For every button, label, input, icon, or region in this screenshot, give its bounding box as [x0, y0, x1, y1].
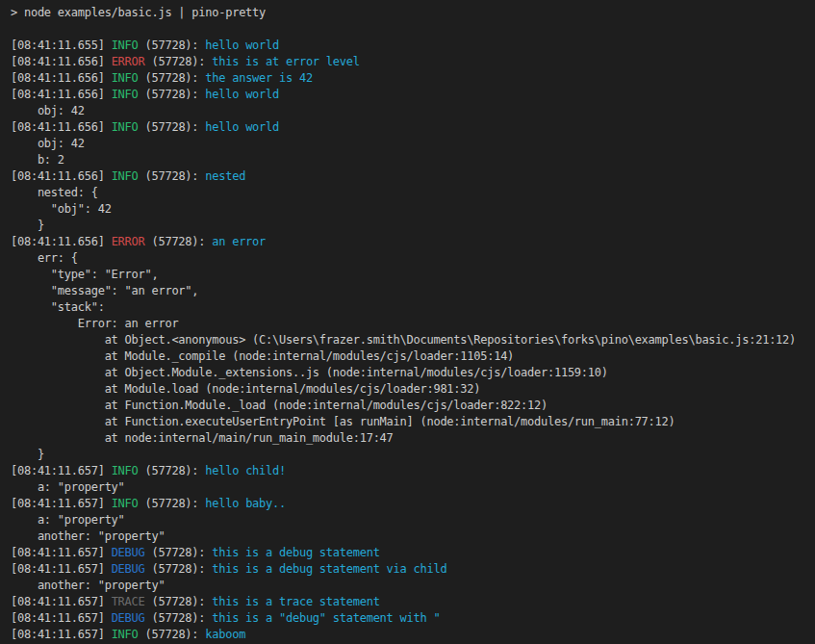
log-line: nested: { [11, 185, 815, 201]
log-segment-fg: (57728): [145, 595, 213, 608]
log-line: [08:41:11.656] INFO (57728): hello world [11, 119, 815, 136]
log-segment-fg: another: "property" [11, 579, 165, 592]
log-segment-fg: [08:41:11.656] [11, 235, 112, 248]
log-segment-fg: [08:41:11.657] [11, 497, 112, 510]
log-segment-msg: hello world [205, 120, 279, 134]
log-line: [08:41:11.657] INFO (57728): hello baby.… [11, 496, 815, 512]
log-line: "message": "an error", [11, 283, 815, 299]
log-segment-msg: this is a debug statement [212, 546, 379, 559]
log-segment-fg: "stack": [11, 300, 105, 314]
log-segment-fg: at Module.load (node:internal/modules/cj… [11, 382, 480, 396]
log-line: at Function.executeUserEntryPoint [as ru… [11, 414, 815, 430]
log-segment-fg: [08:41:11.656] [11, 169, 112, 183]
log-line: [08:41:11.656] ERROR (57728): an error [11, 234, 815, 250]
log-line: b: 2 [11, 152, 815, 168]
log-line: [08:41:11.656] ERROR (57728): this is at… [11, 54, 815, 70]
log-segment-fg: a: "property" [11, 480, 125, 494]
log-line: "type": "Error", [11, 267, 815, 283]
command-line: > node examples/basic.js | pino-pretty [11, 5, 815, 21]
log-segment-fg: [08:41:11.657] [11, 628, 112, 641]
log-segment-fg: "message": "an error", [11, 284, 198, 297]
log-segment-fg: [08:41:11.656] [11, 71, 112, 85]
log-segment-fg: (57728): [145, 562, 213, 576]
log-segment-fg: (57728): [145, 235, 213, 248]
log-segment-info: INFO [112, 120, 139, 134]
log-line: } [11, 218, 815, 234]
log-segment-fg: another: "property" [11, 529, 165, 543]
log-segment-info: INFO [112, 39, 139, 52]
log-segment-fg: (57728): [139, 120, 206, 134]
log-segment-fg: (57728): [139, 169, 206, 183]
log-segment-msg: an error [212, 235, 266, 248]
log-line: obj: 42 [11, 103, 815, 119]
log-line: "obj": 42 [11, 201, 815, 218]
log-segment-fg: at Module._compile (node:internal/module… [11, 349, 514, 363]
log-segment-fg: [08:41:11.656] [11, 88, 112, 101]
log-segment-debug: DEBUG [112, 546, 145, 559]
log-segment-fg: obj: 42 [11, 137, 85, 150]
log-segment-fg: (57728): [139, 464, 206, 477]
log-segment-error: ERROR [112, 55, 145, 68]
log-segment-msg: this is at error level [212, 55, 359, 68]
log-line: [08:41:11.657] TRACE (57728): this is a … [11, 594, 815, 610]
log-segment-fg: at Object.Module._extensions..js (node:i… [11, 366, 608, 379]
log-line: obj: 42 [11, 136, 815, 152]
log-segment-fg: [08:41:11.656] [11, 55, 112, 68]
log-line: [08:41:11.655] INFO (57728): hello world [11, 38, 815, 54]
log-line: [08:41:11.657] DEBUG (57728): this is a … [11, 610, 815, 627]
log-segment-msg: kaboom [205, 628, 245, 641]
log-segment-fg: [08:41:11.657] [11, 464, 112, 477]
log-line: a: "property" [11, 512, 815, 528]
log-segment-debug: DEBUG [112, 562, 145, 576]
log-segment-msg: this is a "debug" statement with " [212, 611, 440, 625]
log-segment-fg: [08:41:11.657] [11, 611, 112, 625]
log-segment-fg: (57728): [139, 628, 206, 641]
log-segment-fg: } [11, 448, 44, 461]
log-line: at Module.load (node:internal/modules/cj… [11, 381, 815, 398]
log-segment-info: INFO [112, 464, 139, 477]
log-segment-fg: Error: an error [11, 317, 178, 330]
log-line: [08:41:11.656] INFO (57728): nested [11, 168, 815, 185]
log-segment-fg: (57728): [139, 39, 206, 52]
log-segment-msg: hello world [205, 39, 279, 52]
log-line: at Object.Module._extensions..js (node:i… [11, 365, 815, 381]
log-line: [08:41:11.657] DEBUG (57728): this is a … [11, 545, 815, 561]
log-line: a: "property" [11, 479, 815, 496]
log-segment-fg: [08:41:11.656] [11, 120, 112, 134]
log-segment-msg: hello baby.. [205, 497, 286, 510]
log-line: err: { [11, 250, 815, 267]
log-segment-fg: b: 2 [11, 153, 64, 167]
log-line: } [11, 447, 815, 463]
log-line: [08:41:11.657] INFO (57728): hello child… [11, 463, 815, 479]
log-line: "stack": [11, 299, 815, 316]
log-line: another: "property" [11, 528, 815, 545]
log-line: [08:41:11.657] INFO (57728): kaboom [11, 627, 815, 643]
log-segment-fg: [08:41:11.655] [11, 39, 112, 52]
log-segment-msg: hello world [205, 88, 279, 101]
log-segment-fg: at Object.<anonymous> (C:\Users\frazer.s… [11, 333, 796, 347]
log-segment-info: INFO [112, 88, 139, 101]
log-segment-fg: } [11, 219, 44, 232]
log-segment-info: INFO [112, 169, 139, 183]
log-line: [08:41:11.656] INFO (57728): hello world [11, 87, 815, 103]
log-segment-fg: (57728): [139, 71, 206, 85]
log-segment-fg: [08:41:11.657] [11, 546, 112, 559]
log-segment-msg: nested [205, 169, 245, 183]
blank-line [11, 21, 815, 38]
terminal[interactable]: > node examples/basic.js | pino-pretty [… [0, 0, 815, 644]
log-segment-msg: this is a debug statement via child [212, 562, 446, 576]
log-segment-fg: a: "property" [11, 513, 125, 527]
log-line: at Object.<anonymous> (C:\Users\frazer.s… [11, 332, 815, 348]
log-segment-trace: TRACE [112, 595, 145, 608]
log-line: at node:internal/main/run_main_module:17… [11, 430, 815, 447]
log-segment-fg: "obj": 42 [11, 202, 112, 216]
log-segment-fg: (57728): [145, 546, 213, 559]
log-line: another: "property" [11, 578, 815, 594]
log-segment-msg: this is a trace statement [212, 595, 379, 608]
log-segment-fg: (57728): [139, 88, 206, 101]
log-segment-fg: (57728): [145, 55, 213, 68]
log-segment-fg: err: { [11, 251, 78, 265]
log-segment-fg: "type": "Error", [11, 268, 158, 281]
log-line: [08:41:11.656] INFO (57728): the answer … [11, 70, 815, 87]
log-line: Error: an error [11, 316, 815, 332]
